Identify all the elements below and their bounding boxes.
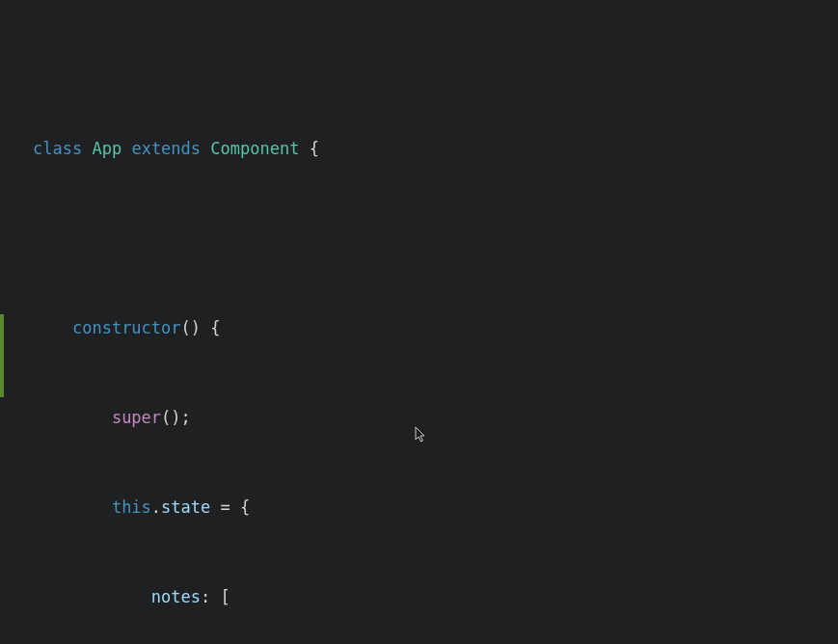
keyword-extends: extends	[131, 139, 201, 158]
code-line[interactable]: constructor() {	[33, 313, 838, 343]
class-name-component: Component	[210, 139, 299, 158]
keyword-constructor: constructor	[72, 318, 181, 337]
property-state: state	[161, 497, 210, 517]
code-editor[interactable]: class App extends Component { constructo…	[0, 0, 838, 644]
property-notes: notes	[151, 587, 201, 606]
code-line[interactable]: class App extends Component {	[33, 134, 838, 164]
keyword-this: this	[112, 497, 151, 517]
code-line[interactable]	[33, 224, 838, 254]
keyword-class: class	[33, 139, 82, 158]
open-brace: {	[210, 318, 220, 337]
code-line[interactable]: super();	[33, 403, 838, 433]
code-line[interactable]: this.state = {	[33, 493, 838, 523]
parens: ()	[181, 318, 201, 337]
class-name-app: App	[92, 139, 122, 158]
code-line[interactable]: notes: [	[33, 582, 838, 612]
open-brace: {	[310, 139, 319, 158]
keyword-super: super	[112, 408, 161, 427]
diff-gutter-modified	[0, 314, 4, 397]
open-brace: {	[240, 497, 250, 517]
